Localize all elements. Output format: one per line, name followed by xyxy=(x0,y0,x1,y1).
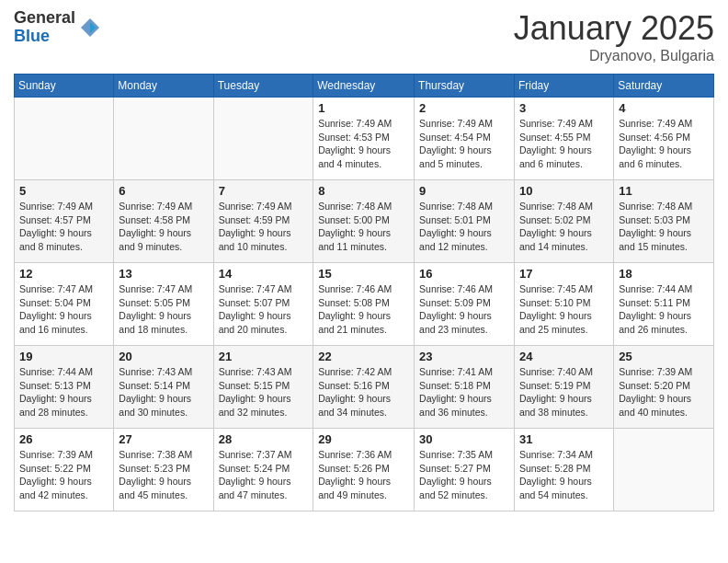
day-number: 1 xyxy=(318,101,409,115)
logo-icon xyxy=(77,15,103,40)
calendar-cell: 29Sunrise: 7:36 AMSunset: 5:26 PMDayligh… xyxy=(313,429,415,511)
calendar-week-row: 19Sunrise: 7:44 AMSunset: 5:13 PMDayligh… xyxy=(15,346,714,429)
day-info: Sunrise: 7:37 AMSunset: 5:24 PMDaylight:… xyxy=(219,448,309,502)
day-info: Sunrise: 7:39 AMSunset: 5:22 PMDaylight:… xyxy=(19,448,108,502)
calendar-cell: 30Sunrise: 7:35 AMSunset: 5:27 PMDayligh… xyxy=(415,429,515,511)
calendar-cell xyxy=(114,98,213,180)
calendar-cell: 16Sunrise: 7:46 AMSunset: 5:09 PMDayligh… xyxy=(415,263,515,346)
col-friday: Friday xyxy=(514,75,613,98)
day-number: 21 xyxy=(219,350,309,363)
day-info: Sunrise: 7:49 AMSunset: 4:56 PMDaylight:… xyxy=(619,117,709,171)
calendar-cell: 11Sunrise: 7:48 AMSunset: 5:03 PMDayligh… xyxy=(614,180,714,263)
calendar-cell: 14Sunrise: 7:47 AMSunset: 5:07 PMDayligh… xyxy=(213,263,313,346)
day-number: 3 xyxy=(519,101,609,115)
day-number: 18 xyxy=(619,267,709,281)
day-number: 19 xyxy=(19,350,108,363)
calendar-cell: 9Sunrise: 7:48 AMSunset: 5:01 PMDaylight… xyxy=(415,180,515,263)
day-info: Sunrise: 7:48 AMSunset: 5:03 PMDaylight:… xyxy=(619,200,709,254)
day-info: Sunrise: 7:48 AMSunset: 5:00 PMDaylight:… xyxy=(318,200,409,254)
day-info: Sunrise: 7:40 AMSunset: 5:19 PMDaylight:… xyxy=(519,365,609,419)
calendar-cell: 19Sunrise: 7:44 AMSunset: 5:13 PMDayligh… xyxy=(15,346,114,429)
calendar-cell: 18Sunrise: 7:44 AMSunset: 5:11 PMDayligh… xyxy=(614,263,714,346)
day-info: Sunrise: 7:48 AMSunset: 5:01 PMDaylight:… xyxy=(419,200,509,254)
calendar-week-row: 12Sunrise: 7:47 AMSunset: 5:04 PMDayligh… xyxy=(15,263,714,346)
day-info: Sunrise: 7:49 AMSunset: 4:53 PMDaylight:… xyxy=(318,117,409,171)
day-number: 4 xyxy=(619,101,709,115)
calendar-cell: 17Sunrise: 7:45 AMSunset: 5:10 PMDayligh… xyxy=(514,263,613,346)
day-info: Sunrise: 7:35 AMSunset: 5:27 PMDaylight:… xyxy=(419,448,509,502)
day-info: Sunrise: 7:36 AMSunset: 5:26 PMDaylight:… xyxy=(318,448,409,502)
calendar-cell xyxy=(15,98,114,180)
day-number: 22 xyxy=(318,350,409,363)
month-title: January 2025 xyxy=(514,9,714,48)
col-thursday: Thursday xyxy=(415,75,515,98)
calendar-cell xyxy=(614,429,714,511)
calendar-cell: 25Sunrise: 7:39 AMSunset: 5:20 PMDayligh… xyxy=(614,346,714,429)
day-info: Sunrise: 7:34 AMSunset: 5:28 PMDaylight:… xyxy=(519,448,609,502)
header: General Blue January 2025 Dryanovo, Bulg… xyxy=(14,9,714,64)
calendar-week-row: 1Sunrise: 7:49 AMSunset: 4:53 PMDaylight… xyxy=(15,98,714,180)
calendar-cell: 27Sunrise: 7:38 AMSunset: 5:23 PMDayligh… xyxy=(114,429,213,511)
day-number: 14 xyxy=(219,267,309,281)
day-info: Sunrise: 7:47 AMSunset: 5:05 PMDaylight:… xyxy=(119,282,208,337)
calendar-cell: 28Sunrise: 7:37 AMSunset: 5:24 PMDayligh… xyxy=(213,429,313,511)
day-number: 20 xyxy=(119,350,208,363)
calendar-cell: 10Sunrise: 7:48 AMSunset: 5:02 PMDayligh… xyxy=(514,180,613,263)
day-number: 6 xyxy=(119,184,208,198)
calendar-cell: 3Sunrise: 7:49 AMSunset: 4:55 PMDaylight… xyxy=(514,98,613,180)
calendar-cell xyxy=(213,98,313,180)
day-info: Sunrise: 7:49 AMSunset: 4:59 PMDaylight:… xyxy=(219,200,309,254)
day-number: 13 xyxy=(119,267,208,281)
day-number: 29 xyxy=(318,432,409,446)
calendar-cell: 31Sunrise: 7:34 AMSunset: 5:28 PMDayligh… xyxy=(514,429,613,511)
day-info: Sunrise: 7:46 AMSunset: 5:09 PMDaylight:… xyxy=(419,282,509,337)
calendar-cell: 20Sunrise: 7:43 AMSunset: 5:14 PMDayligh… xyxy=(114,346,213,429)
calendar-cell: 5Sunrise: 7:49 AMSunset: 4:57 PMDaylight… xyxy=(15,180,114,263)
day-number: 11 xyxy=(619,184,709,198)
logo: General Blue xyxy=(14,9,103,46)
day-number: 26 xyxy=(19,432,108,446)
day-number: 25 xyxy=(619,350,709,363)
day-info: Sunrise: 7:49 AMSunset: 4:57 PMDaylight:… xyxy=(19,200,108,254)
day-info: Sunrise: 7:49 AMSunset: 4:55 PMDaylight:… xyxy=(519,117,609,171)
calendar-cell: 2Sunrise: 7:49 AMSunset: 4:54 PMDaylight… xyxy=(415,98,515,180)
day-info: Sunrise: 7:43 AMSunset: 5:14 PMDaylight:… xyxy=(119,365,208,419)
day-info: Sunrise: 7:39 AMSunset: 5:20 PMDaylight:… xyxy=(619,365,709,419)
calendar-cell: 24Sunrise: 7:40 AMSunset: 5:19 PMDayligh… xyxy=(514,346,613,429)
day-number: 8 xyxy=(318,184,409,198)
day-info: Sunrise: 7:47 AMSunset: 5:04 PMDaylight:… xyxy=(19,282,108,337)
day-info: Sunrise: 7:38 AMSunset: 5:23 PMDaylight:… xyxy=(119,448,208,502)
calendar-cell: 15Sunrise: 7:46 AMSunset: 5:08 PMDayligh… xyxy=(313,263,415,346)
day-number: 9 xyxy=(419,184,509,198)
day-info: Sunrise: 7:48 AMSunset: 5:02 PMDaylight:… xyxy=(519,200,609,254)
day-number: 17 xyxy=(519,267,609,281)
day-number: 12 xyxy=(19,267,108,281)
day-number: 10 xyxy=(519,184,609,198)
day-info: Sunrise: 7:45 AMSunset: 5:10 PMDaylight:… xyxy=(519,282,609,337)
day-number: 5 xyxy=(19,184,108,198)
calendar-cell: 7Sunrise: 7:49 AMSunset: 4:59 PMDaylight… xyxy=(213,180,313,263)
calendar-cell: 22Sunrise: 7:42 AMSunset: 5:16 PMDayligh… xyxy=(313,346,415,429)
day-number: 7 xyxy=(219,184,309,198)
calendar-cell: 21Sunrise: 7:43 AMSunset: 5:15 PMDayligh… xyxy=(213,346,313,429)
calendar-cell: 23Sunrise: 7:41 AMSunset: 5:18 PMDayligh… xyxy=(415,346,515,429)
col-saturday: Saturday xyxy=(614,75,714,98)
day-info: Sunrise: 7:44 AMSunset: 5:13 PMDaylight:… xyxy=(19,365,108,419)
day-number: 2 xyxy=(419,101,509,115)
main-container: General Blue January 2025 Dryanovo, Bulg… xyxy=(0,0,728,521)
calendar-cell: 26Sunrise: 7:39 AMSunset: 5:22 PMDayligh… xyxy=(15,429,114,511)
calendar-cell: 13Sunrise: 7:47 AMSunset: 5:05 PMDayligh… xyxy=(114,263,213,346)
col-sunday: Sunday xyxy=(15,75,114,98)
logo-general-text: General xyxy=(14,8,75,27)
day-number: 23 xyxy=(419,350,509,363)
title-block: January 2025 Dryanovo, Bulgaria xyxy=(514,9,714,64)
calendar-week-row: 5Sunrise: 7:49 AMSunset: 4:57 PMDaylight… xyxy=(15,180,714,263)
day-info: Sunrise: 7:44 AMSunset: 5:11 PMDaylight:… xyxy=(619,282,709,337)
day-number: 28 xyxy=(219,432,309,446)
day-info: Sunrise: 7:49 AMSunset: 4:58 PMDaylight:… xyxy=(119,200,208,254)
calendar-cell: 6Sunrise: 7:49 AMSunset: 4:58 PMDaylight… xyxy=(114,180,213,263)
day-number: 27 xyxy=(119,432,208,446)
calendar-cell: 1Sunrise: 7:49 AMSunset: 4:53 PMDaylight… xyxy=(313,98,415,180)
day-info: Sunrise: 7:43 AMSunset: 5:15 PMDaylight:… xyxy=(219,365,309,419)
day-info: Sunrise: 7:41 AMSunset: 5:18 PMDaylight:… xyxy=(419,365,509,419)
